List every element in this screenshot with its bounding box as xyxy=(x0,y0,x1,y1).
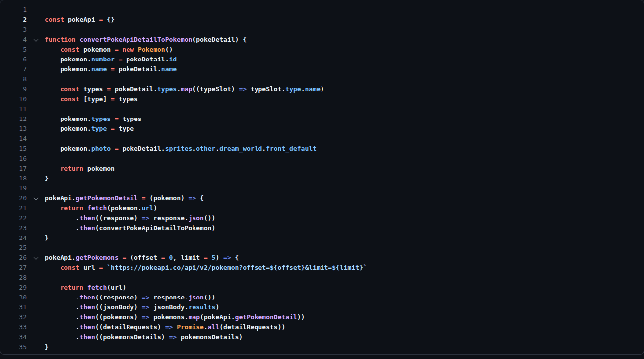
token-cls: Promise xyxy=(177,323,204,331)
code-line[interactable]: 11 xyxy=(0,104,644,114)
token-fn: fetch xyxy=(87,284,107,291)
code-line[interactable]: 25 xyxy=(0,243,644,253)
line-number[interactable]: 4 xyxy=(0,35,27,45)
code-line[interactable]: 19 xyxy=(0,183,644,193)
line-number[interactable]: 11 xyxy=(0,104,27,114)
code-line[interactable]: 33 .then((detailRequests) => Promise.all… xyxy=(0,322,644,332)
code-line[interactable]: 32 .then((pokemons) => pokemons.map(poke… xyxy=(0,312,644,322)
token-pln: ()) xyxy=(204,294,215,301)
line-number[interactable]: 28 xyxy=(0,273,27,283)
line-number[interactable]: 20 xyxy=(0,193,27,203)
fold-toggle[interactable] xyxy=(27,197,45,200)
fold-toggle[interactable] xyxy=(27,256,45,260)
code-line[interactable]: 35} xyxy=(0,342,644,352)
line-number[interactable]: 32 xyxy=(0,312,27,322)
code-line[interactable]: 12 pokemon.types = types xyxy=(0,114,644,124)
code-line[interactable]: 29 return fetch(url) xyxy=(0,283,644,293)
code-line[interactable]: 28 xyxy=(0,273,644,283)
line-number[interactable]: 14 xyxy=(0,134,27,144)
code-line[interactable]: 4function convertPokeApiDetailToPokemon(… xyxy=(0,35,644,45)
line-number[interactable]: 6 xyxy=(0,55,27,64)
code-editor[interactable]: 12const pokeApi = {}34function convertPo… xyxy=(0,0,644,355)
line-number[interactable]: 12 xyxy=(0,114,27,124)
code-line[interactable]: 5 const pokemon = new Pokemon() xyxy=(0,45,644,55)
code-line[interactable]: 7 pokemon.name = pokeDetail.name xyxy=(0,64,644,74)
token-kw: return xyxy=(60,204,83,212)
line-number[interactable]: 13 xyxy=(0,124,27,134)
code-line[interactable]: 2const pokeApi = {} xyxy=(0,15,644,25)
line-number[interactable]: 21 xyxy=(0,203,27,213)
code-line[interactable]: 13 pokemon.type = type xyxy=(0,124,644,134)
token-fn: then xyxy=(79,333,95,341)
code-line[interactable]: 14 xyxy=(0,134,644,144)
line-number[interactable]: 24 xyxy=(0,233,27,243)
code-line[interactable]: 24} xyxy=(0,233,644,243)
token-fn: then xyxy=(79,303,95,311)
token-pln: pokemon. xyxy=(45,56,91,63)
token-pln xyxy=(111,145,115,152)
token-prop: name xyxy=(91,65,107,73)
fold-toggle[interactable] xyxy=(27,38,45,42)
code-line[interactable]: 30 .then((response) => response.json()) xyxy=(0,293,644,302)
line-number[interactable]: 5 xyxy=(0,45,27,55)
code-line[interactable]: 16 xyxy=(0,154,644,164)
line-number[interactable]: 35 xyxy=(0,342,27,352)
line-number[interactable]: 10 xyxy=(0,94,27,104)
line-number[interactable]: 15 xyxy=(0,144,27,154)
code-line[interactable]: 9 const types = pokeDetail.types.map((ty… xyxy=(0,84,644,94)
line-number[interactable]: 8 xyxy=(0,74,27,84)
token-prop: results xyxy=(189,303,216,311)
line-number[interactable]: 25 xyxy=(0,243,27,253)
token-fn: then xyxy=(79,294,95,301)
line-number[interactable]: 29 xyxy=(0,283,27,293)
line-number[interactable]: 30 xyxy=(0,293,27,302)
token-pln: types xyxy=(79,85,107,93)
token-kw: function xyxy=(45,36,76,43)
token-op: = xyxy=(111,95,115,103)
line-number[interactable]: 31 xyxy=(0,302,27,312)
line-number[interactable]: 26 xyxy=(0,253,27,263)
code-line[interactable]: 3 xyxy=(0,25,644,35)
code-line[interactable]: 23 .then(convertPokeApiDetailToPokemon) xyxy=(0,223,644,233)
line-number[interactable]: 7 xyxy=(0,64,27,74)
code-line[interactable]: 22 .then((response) => response.json()) xyxy=(0,213,644,223)
code-line[interactable]: 34 .then((pokemonsDetails) => pokemonsDe… xyxy=(0,332,644,342)
code-line[interactable]: 26pokeApi.getPokemons = (offset = 0, lim… xyxy=(0,253,644,263)
code-line[interactable]: 20pokeApi.getPokemonDetail = (pokemon) =… xyxy=(0,193,644,203)
line-number[interactable]: 22 xyxy=(0,213,27,223)
code-line[interactable]: 21 return fetch(pokemon.url) xyxy=(0,203,644,213)
line-number[interactable]: 19 xyxy=(0,183,27,193)
token-pln: ((pokemons) xyxy=(95,313,142,321)
token-pln xyxy=(119,254,123,261)
code-line[interactable]: 31 .then((jsonBody) => jsonBody.results) xyxy=(0,302,644,312)
line-number[interactable]: 33 xyxy=(0,322,27,332)
line-number[interactable]: 16 xyxy=(0,154,27,164)
token-pln: response. xyxy=(149,214,188,222)
line-number[interactable]: 9 xyxy=(0,84,27,94)
code-text: const url = `https://pokeapi.co/api/v2/p… xyxy=(45,263,367,273)
code-line[interactable]: 1 xyxy=(0,5,644,15)
code-line[interactable]: 18} xyxy=(0,174,644,183)
code-line[interactable]: 15 pokemon.photo = pokeDetail.sprites.ot… xyxy=(0,144,644,154)
line-number[interactable]: 23 xyxy=(0,223,27,233)
line-number[interactable]: 18 xyxy=(0,174,27,183)
code-line[interactable]: 10 const [type] = types xyxy=(0,94,644,104)
code-text: pokemon.name = pokeDetail.name xyxy=(45,64,177,74)
token-pln: pokeDetail. xyxy=(111,85,157,93)
token-arrow: => xyxy=(142,313,150,321)
code-line[interactable]: 6 pokemon.number = pokeDetail.id xyxy=(0,55,644,64)
token-pln: } xyxy=(45,234,49,241)
line-number[interactable]: 1 xyxy=(0,5,27,15)
code-line[interactable]: 8 xyxy=(0,74,644,84)
token-pln: ((detailRequests) xyxy=(95,323,165,331)
code-text: } xyxy=(45,233,49,243)
line-number[interactable]: 34 xyxy=(0,332,27,342)
token-op: = xyxy=(142,194,146,202)
line-number[interactable]: 27 xyxy=(0,263,27,273)
line-number-active[interactable]: 2 xyxy=(0,15,27,25)
code-line[interactable]: 17 return pokemon xyxy=(0,164,644,174)
token-pln xyxy=(119,46,123,53)
code-line[interactable]: 27 const url = `https://pokeapi.co/api/v… xyxy=(0,263,644,273)
line-number[interactable]: 17 xyxy=(0,164,27,174)
line-number[interactable]: 3 xyxy=(0,25,27,35)
